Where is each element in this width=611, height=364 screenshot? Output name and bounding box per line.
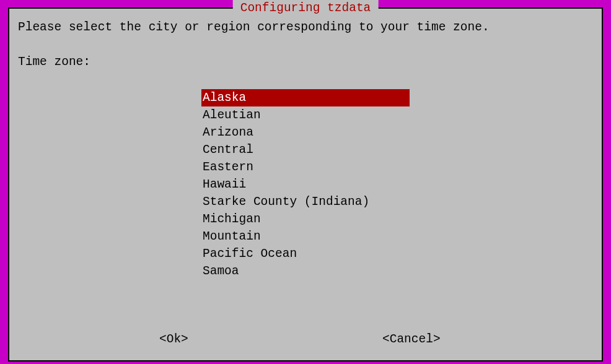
list-item[interactable]: Central <box>201 141 410 158</box>
ok-button[interactable]: <Ok> <box>159 331 188 348</box>
prompt-text: Please select the city or region corresp… <box>18 19 593 36</box>
list-item[interactable]: Eastern <box>201 158 410 176</box>
list-item[interactable]: Starke County (Indiana) <box>201 193 410 210</box>
field-label: Time zone: <box>18 53 593 71</box>
dialog-content: Please select the city or region corresp… <box>18 19 593 352</box>
list-item[interactable]: Hawaii <box>201 176 410 193</box>
tzdata-dialog: Configuring tzdata Please select the cit… <box>8 7 603 362</box>
list-item[interactable]: Alaska <box>201 89 410 106</box>
timezone-list[interactable]: Alaska Aleutian Arizona Central Eastern … <box>201 89 410 280</box>
list-item[interactable]: Mountain <box>201 228 410 245</box>
dialog-title: Configuring tzdata <box>233 0 379 17</box>
list-item[interactable]: Aleutian <box>201 106 410 124</box>
list-item[interactable]: Arizona <box>201 124 410 141</box>
list-item[interactable]: Samoa <box>201 262 410 280</box>
cancel-button[interactable]: <Cancel> <box>382 331 441 348</box>
list-item[interactable]: Michigan <box>201 210 410 228</box>
list-item[interactable]: Pacific Ocean <box>201 245 410 262</box>
